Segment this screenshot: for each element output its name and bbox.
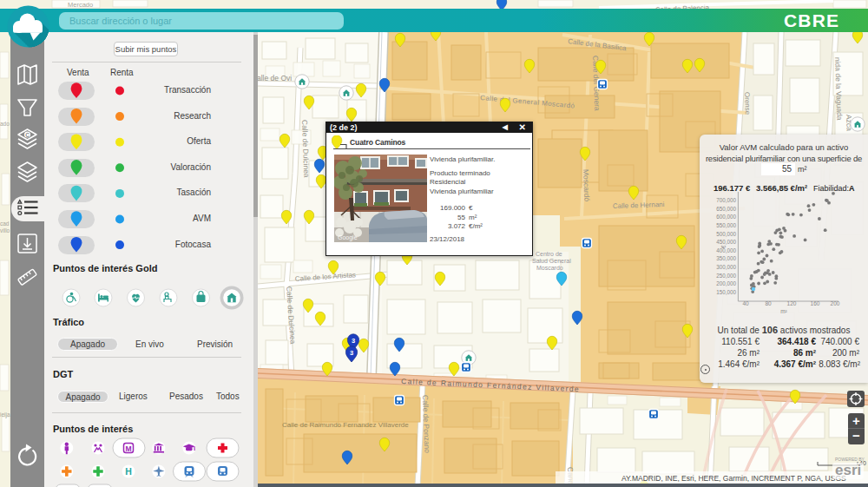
svg-text:Moscardó: Moscardó: [582, 169, 591, 202]
svg-text:160: 160: [811, 300, 820, 306]
svg-text:Orense: Orense: [743, 92, 752, 115]
svg-text:450,000: 450,000: [716, 239, 736, 245]
svg-text:650,000: 650,000: [716, 206, 736, 212]
svg-text:120: 120: [787, 300, 797, 306]
svg-text:550,000: 550,000: [716, 222, 736, 228]
svg-text:€: €: [720, 245, 727, 248]
svg-text:200,000: 200,000: [716, 280, 736, 286]
svg-text:ieija: ieija: [0, 411, 10, 418]
svg-text:C: C: [25, 132, 30, 138]
svg-text:ado: ado: [0, 121, 10, 127]
svg-text:600,000: 600,000: [716, 214, 736, 220]
svg-text:200: 200: [831, 300, 840, 306]
svg-text:300,000: 300,000: [716, 264, 736, 270]
svg-text:alle de Ovi: alle de Ovi: [257, 74, 292, 82]
svg-text:700,000: 700,000: [716, 197, 736, 203]
svg-text:Salud General: Salud General: [532, 258, 571, 264]
svg-text:M: M: [125, 444, 131, 453]
svg-text:3: 3: [350, 349, 353, 357]
svg-text:Moscardo: Moscardo: [536, 265, 563, 271]
svg-text:Centro de: Centro de: [536, 251, 562, 257]
svg-text:40: 40: [742, 300, 749, 306]
svg-text:villo: villo: [0, 227, 10, 234]
svg-text:H: H: [125, 466, 132, 477]
svg-text:350,000: 350,000: [716, 255, 736, 261]
svg-text:cad: cad: [0, 220, 10, 227]
svg-text:3: 3: [352, 337, 355, 345]
svg-text:m²: m²: [780, 308, 787, 314]
svg-text:Google: Google: [338, 234, 358, 241]
svg-text:250,000: 250,000: [716, 273, 736, 279]
svg-text:80: 80: [765, 300, 772, 306]
svg-text:Calle de Raimundo Fernandez Vi: Calle de Raimundo Fernandez Villaverde: [282, 421, 409, 429]
svg-text:150,000: 150,000: [716, 289, 736, 295]
svg-text:500,000: 500,000: [716, 231, 736, 237]
svg-text:Mercado: Mercado: [68, 1, 93, 9]
